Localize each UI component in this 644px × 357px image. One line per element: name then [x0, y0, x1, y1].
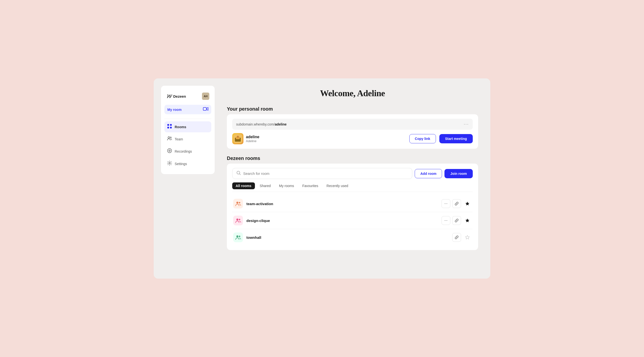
search-input-wrap — [232, 168, 412, 179]
team-icon — [167, 136, 172, 142]
sidebar-rooms-label: Rooms — [175, 125, 186, 129]
room-url-text: subdomain.whereby.com/adeline — [236, 122, 287, 126]
personal-room-section-label: Your personal room — [227, 106, 478, 112]
sidebar-item-recordings[interactable]: Recordings — [164, 146, 211, 157]
sidebar-logo-area: 𝓦 Dezeen — [166, 94, 186, 99]
main-content: Welcome, Adeline Your personal room subd… — [222, 86, 483, 271]
room-actions: adeline Adeline Copy link Start meeting — [232, 133, 473, 144]
join-room-button[interactable]: Join room — [444, 169, 473, 178]
page-title: Welcome, Adeline — [227, 88, 478, 98]
svg-point-9 — [169, 162, 170, 164]
room-more-button[interactable]: ··· — [442, 216, 450, 225]
copy-link-button[interactable]: Copy link — [409, 134, 436, 143]
room-url-base: subdomain.whereby.com/ — [236, 122, 275, 126]
svg-point-17 — [236, 219, 238, 220]
dezeen-rooms-section: Dezeen rooms Add room Join room — [227, 156, 478, 250]
add-room-button[interactable]: Add room — [415, 169, 442, 178]
svg-point-5 — [168, 137, 170, 138]
room-icon-townhall — [233, 232, 243, 242]
sidebar-team-label: Team — [175, 137, 183, 141]
sidebar-item-team[interactable]: Team — [164, 134, 211, 144]
room-user-sub: Adeline — [246, 139, 259, 143]
room-name-townhall: townhall — [246, 235, 449, 240]
sidebar-divider — [164, 119, 211, 119]
svg-rect-13 — [237, 136, 239, 138]
tab-my-rooms[interactable]: My rooms — [276, 182, 297, 189]
room-name-design-clique: design-clique — [246, 219, 438, 223]
room-icon-design-clique — [233, 216, 243, 225]
room-list: team-activation ··· — [232, 195, 473, 246]
whereby-logo-icon: 𝓦 — [166, 94, 171, 99]
room-url-bar: subdomain.whereby.com/adeline ··· — [232, 119, 473, 130]
rooms-icon — [167, 124, 172, 130]
svg-point-15 — [236, 202, 238, 204]
sidebar-recordings-label: Recordings — [175, 149, 192, 153]
start-meeting-button[interactable]: Start meeting — [439, 134, 473, 143]
recordings-icon — [167, 148, 172, 154]
svg-point-20 — [239, 236, 240, 237]
room-user-avatar — [232, 133, 244, 144]
svg-point-18 — [239, 219, 240, 220]
search-row: Add room Join room — [232, 168, 473, 179]
table-row: design-clique ··· — [232, 212, 473, 229]
tab-shared[interactable]: Shared — [256, 182, 274, 189]
my-room-button[interactable]: My room — [164, 105, 211, 114]
room-star-button[interactable] — [463, 233, 472, 242]
room-user-name: adeline — [246, 135, 259, 139]
svg-rect-4 — [170, 127, 172, 128]
search-icon — [236, 171, 241, 176]
svg-rect-3 — [167, 127, 169, 128]
sidebar-header: 𝓦 Dezeen AH — [164, 91, 211, 103]
personal-room-card: subdomain.whereby.com/adeline ··· — [227, 114, 478, 149]
video-camera-icon — [203, 107, 208, 112]
tab-recently-used[interactable]: Recently used — [323, 182, 352, 189]
room-star-button[interactable] — [463, 199, 472, 208]
app-container: 𝓦 Dezeen AH My room — [154, 78, 490, 279]
room-url-slug: adeline — [275, 122, 286, 126]
svg-point-14 — [237, 171, 240, 174]
room-user-info: adeline Adeline — [232, 133, 406, 144]
sidebar-item-rooms[interactable]: Rooms — [164, 121, 211, 132]
tabs-row: All rooms Shared My rooms Favourites Rec… — [232, 182, 473, 192]
settings-icon — [167, 161, 172, 167]
dezeen-rooms-card: Add room Join room All rooms Shared My r… — [227, 164, 478, 250]
room-link-button[interactable] — [452, 233, 461, 242]
svg-point-19 — [236, 235, 238, 237]
room-name-team-activation: team-activation — [246, 202, 438, 206]
room-actions-team-activation: ··· — [442, 199, 472, 208]
sidebar-item-settings[interactable]: Settings — [164, 158, 211, 169]
tab-all-rooms[interactable]: All rooms — [232, 182, 255, 189]
tab-favourites[interactable]: Favourites — [299, 182, 322, 189]
personal-room-section: Your personal room subdomain.whereby.com… — [227, 106, 478, 149]
svg-rect-2 — [170, 124, 172, 126]
room-link-button[interactable] — [452, 199, 461, 208]
sidebar: 𝓦 Dezeen AH My room — [161, 86, 215, 174]
room-actions-design-clique: ··· — [442, 216, 472, 225]
search-input[interactable] — [243, 171, 408, 176]
room-actions-townhall — [452, 233, 472, 242]
room-url-more-button[interactable]: ··· — [464, 122, 469, 127]
room-icon-team-activation — [233, 199, 243, 209]
table-row: townhall — [232, 229, 473, 246]
sidebar-org-name: Dezeen — [173, 94, 186, 98]
svg-point-7 — [168, 149, 172, 153]
sidebar-avatar: AH — [202, 93, 209, 100]
room-link-button[interactable] — [452, 216, 461, 225]
sidebar-settings-label: Settings — [175, 162, 187, 166]
room-star-button[interactable] — [463, 216, 472, 225]
svg-rect-1 — [167, 124, 169, 126]
table-row: team-activation ··· — [232, 195, 473, 212]
svg-rect-0 — [203, 107, 206, 110]
room-more-button[interactable]: ··· — [442, 199, 450, 208]
dezeen-rooms-section-label: Dezeen rooms — [227, 156, 478, 161]
room-user-details: adeline Adeline — [246, 135, 259, 143]
my-room-label: My room — [167, 108, 182, 112]
svg-point-8 — [169, 150, 170, 151]
svg-point-6 — [170, 137, 172, 138]
svg-point-16 — [239, 202, 240, 203]
